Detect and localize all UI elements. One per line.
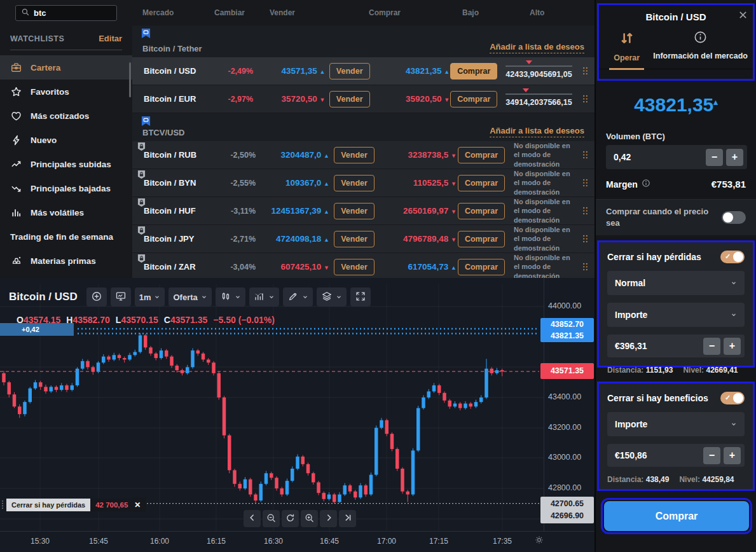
row-menu-button[interactable] — [575, 262, 594, 272]
market-row-bitcoin-rub[interactable]: Bitcoin / RUB-2,50%3204487,0 ▲Vender3238… — [132, 141, 594, 169]
row-menu-button[interactable] — [575, 178, 594, 188]
stop-loss-decrease-button[interactable]: − — [703, 338, 720, 355]
skip-to-end-icon — [343, 513, 353, 525]
market-row-bitcoin-jpy[interactable]: Bitcoin / JPY-2,71%4724098,18 ▲Vender479… — [132, 225, 594, 253]
sidebar-item-label: Cartera — [31, 63, 60, 72]
add-to-wishlist-link[interactable]: Añadir a lista de deseos — [490, 42, 584, 53]
tab-operar[interactable]: Operar — [605, 27, 648, 69]
take-profit-type-dropdown[interactable]: Importe — [607, 412, 745, 436]
market-row-bitcoin-usd[interactable]: Bitcoin / USD-2,49%43571,35 ▲Vender43821… — [132, 57, 594, 85]
sell-button[interactable]: Vender — [334, 231, 375, 247]
watchlists-sidebar: WATCHLISTS Editar CarteraFavoritosMás co… — [0, 25, 132, 278]
add-to-wishlist-link[interactable]: Añadir a lista de deseos — [490, 126, 584, 137]
buy-button[interactable]: Comprar — [604, 501, 749, 531]
volume-decrease-button[interactable]: − — [706, 149, 723, 166]
stop-loss-mode-dropdown[interactable]: Normal — [607, 271, 745, 295]
drawing-tools-dropdown[interactable] — [283, 287, 313, 307]
indicators-dropdown[interactable] — [249, 287, 279, 307]
chevron-down-icon — [336, 293, 342, 302]
fullscreen-button[interactable] — [350, 287, 371, 307]
row-menu-button[interactable] — [576, 66, 594, 76]
volume-increase-button[interactable]: + — [726, 149, 743, 166]
info-icon[interactable] — [642, 179, 650, 190]
chevron-down-icon — [268, 293, 275, 302]
market-row-bitcoin-zar[interactable]: Bitcoin / ZAR-3,04%607425,10 ▼Vender6170… — [132, 253, 594, 278]
layers-dropdown[interactable] — [317, 287, 347, 307]
buy-when-toggle[interactable] — [722, 211, 746, 224]
zoom-in-button[interactable] — [301, 510, 318, 527]
position-volume-tag[interactable]: +0,42 — [0, 323, 74, 336]
sidebar-item-mas-volatiles[interactable]: Más volátiles — [0, 200, 132, 224]
sidebar-item-principales-bajadas[interactable]: Principales bajadas — [0, 176, 132, 200]
volume-input[interactable]: 0,42 − + — [606, 145, 747, 169]
row-menu-button[interactable] — [576, 94, 594, 104]
screenshot-button[interactable] — [111, 287, 131, 307]
sell-price: 35720,50 ▼ — [253, 94, 325, 104]
buy-button[interactable]: Comprar — [450, 91, 497, 107]
group-name: Bitcoin / Tether — [142, 44, 202, 53]
buy-button[interactable]: Comprar — [458, 175, 505, 191]
search-box[interactable] — [15, 5, 117, 21]
row-menu-button[interactable] — [575, 150, 594, 160]
take-profit-decrease-button[interactable]: − — [703, 447, 720, 464]
stop-loss-toggle[interactable]: ✓ — [720, 251, 745, 263]
price-type-dropdown[interactable]: Oferta — [168, 287, 211, 307]
reset-chart-button[interactable] — [282, 510, 299, 527]
compare-add-button[interactable] — [86, 287, 107, 307]
demo-unavailable-note: No disponible en el modo de demostración — [506, 253, 575, 278]
ohlc-segment: C43571.35 — [164, 315, 208, 325]
market-row-bitcoin-byn[interactable]: Bitcoin / BYN-2,55%109367,0 ▲Vender11052… — [132, 169, 594, 197]
sidebar-item-materias-primas[interactable]: Materias primas — [0, 249, 132, 273]
sell-button[interactable]: Vender — [334, 147, 375, 163]
remove-stop-loss-button[interactable]: ✕ — [133, 498, 146, 512]
buy-button[interactable]: Comprar — [458, 203, 505, 219]
sidebar-item-principales-subidas[interactable]: Principales subidas — [0, 152, 132, 176]
sidebar-item-mas-cotizados[interactable]: Más cotizados — [0, 104, 132, 128]
stop-loss-chart-tag[interactable]: Cerrar si hay pérdidas 42 700,65 ✕ — [1, 498, 146, 511]
sell-button[interactable]: Vender — [334, 203, 375, 219]
stop-loss-type-dropdown[interactable]: Importe — [607, 303, 745, 327]
y-axis-tick: 44000.00 — [548, 301, 581, 310]
search-input[interactable] — [34, 8, 111, 18]
sell-button[interactable]: Vender — [334, 175, 375, 191]
buy-button[interactable]: Comprar — [450, 63, 497, 79]
buy-button[interactable]: Comprar — [458, 231, 505, 247]
row-menu-button[interactable] — [575, 206, 594, 216]
chart-type-dropdown[interactable] — [216, 287, 245, 307]
stop-loss-info: Distancia: 1151,93 Nivel: 42669,41 — [607, 366, 745, 375]
row-menu-button[interactable] — [575, 234, 594, 244]
sell-button[interactable]: Vender — [334, 259, 375, 275]
sidebar-item-nuevo[interactable]: Nuevo — [0, 128, 132, 152]
sell-button[interactable]: Vender — [329, 91, 370, 107]
take-profit-info: Distancia: 438,49 Nivel: 44259,84 — [607, 475, 745, 484]
change-percent: -3,11% — [214, 207, 256, 216]
tab-market-info[interactable]: Información del mercado — [648, 27, 753, 69]
sidebar-item-cartera[interactable]: Cartera — [0, 55, 132, 79]
market-row-bitcoin-eur[interactable]: Bitcoin / EUR-2,97%35720,50 ▼Vender35920… — [132, 85, 594, 113]
take-profit-increase-button[interactable]: + — [724, 447, 741, 464]
price-direction-icon: ▲ — [324, 209, 329, 215]
take-profit-amount-input[interactable]: €150,86 − + — [607, 444, 745, 467]
buy-button[interactable]: Comprar — [458, 147, 505, 163]
pan-right-button[interactable] — [320, 510, 337, 527]
pan-left-button[interactable] — [244, 510, 261, 527]
sidebar-item-trading-de-fin-de-semana[interactable]: Trading de fin de semana — [0, 224, 132, 249]
take-profit-toggle[interactable]: ✓ — [720, 392, 745, 404]
buy-button[interactable]: Comprar — [458, 259, 505, 275]
sell-button[interactable]: Vender — [329, 63, 370, 79]
sidebar-scrollbar[interactable] — [129, 62, 131, 97]
sidebar-item-favoritos[interactable]: Favoritos — [0, 79, 132, 104]
close-ticket-button[interactable] — [738, 10, 748, 22]
stop-loss-increase-button[interactable]: + — [724, 338, 741, 355]
go-to-realtime-button[interactable] — [339, 510, 356, 527]
drag-grip-icon[interactable] — [1, 499, 6, 510]
price-direction-icon: ▲ — [324, 181, 329, 187]
interval-dropdown[interactable]: 1m — [135, 287, 165, 307]
market-row-bitcoin-huf[interactable]: Bitcoin / HUF-3,11%12451367,39 ▲Vender26… — [132, 197, 594, 225]
zoom-out-button[interactable] — [263, 510, 280, 527]
day-high: 45691,05 — [539, 70, 572, 79]
stop-loss-amount-input[interactable]: €396,31 − + — [607, 335, 745, 357]
edit-watchlists-link[interactable]: Editar — [99, 34, 122, 43]
range-track — [505, 93, 572, 95]
chart-settings-button[interactable] — [534, 535, 544, 547]
